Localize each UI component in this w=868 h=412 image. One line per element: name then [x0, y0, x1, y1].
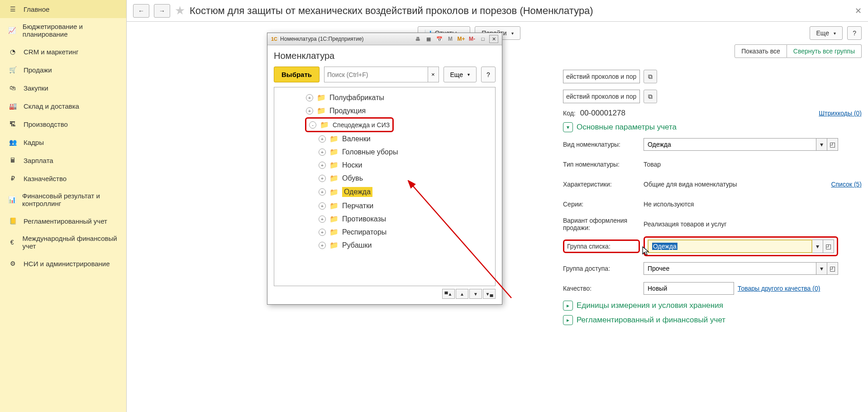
popup-more-button[interactable]: Еще [444, 67, 477, 82]
m-icon[interactable]: M [446, 35, 455, 43]
expand-icon[interactable]: + [319, 188, 326, 196]
tree-item[interactable]: +📁Головные уборы [318, 145, 491, 158]
sidebar-item-ifrs[interactable]: €Международный финансовый учет [0, 230, 126, 254]
sidebar-item-label: CRM и маркетинг [24, 48, 78, 56]
collapse-icon[interactable]: - [309, 121, 316, 129]
collapse-groups-button[interactable]: Свернуть все группы [787, 44, 862, 58]
name-clip-1[interactable]: ействий проколов и пор [563, 70, 640, 83]
close-icon[interactable]: ✕ [489, 35, 498, 43]
folder-icon: 📁 [320, 120, 329, 129]
tree-top-button[interactable]: ▀▲ [442, 289, 455, 299]
sidebar-item-crm[interactable]: ◔CRM и маркетинг [0, 43, 126, 61]
nav-back-button[interactable]: ← [133, 4, 149, 18]
group-input[interactable]: Одежда [648, 240, 812, 253]
close-icon[interactable]: ✕ [855, 6, 862, 16]
more-button[interactable]: Еще [810, 26, 843, 40]
tree-item[interactable]: +📁Носки [318, 158, 491, 172]
gear-icon: ⚙ [8, 259, 17, 268]
clear-search-button[interactable]: × [428, 67, 439, 82]
print-icon[interactable]: 🖶 [413, 35, 422, 43]
open-icon[interactable]: ◰ [823, 240, 834, 253]
copy-button-1[interactable]: ⧉ [644, 70, 657, 83]
basket-icon: 🛍 [8, 83, 17, 92]
quality-label: Качество: [563, 285, 640, 292]
sidebar-item-warehouse[interactable]: 🏭Склад и доставка [0, 97, 126, 115]
tree-down-button[interactable]: ▼ [469, 289, 482, 299]
favorite-star-icon[interactable]: ★ [175, 4, 185, 18]
tree-item-label: Перчатки [342, 202, 373, 210]
sidebar-item-payroll[interactable]: 🖩Зарплата [0, 151, 126, 169]
expand-icon[interactable]: + [306, 94, 313, 101]
tree-item[interactable]: +📁Продукция [305, 104, 491, 117]
section-main-params[interactable]: ▾ Основные параметры учета [563, 122, 862, 132]
calc-icon[interactable]: ▦ [424, 35, 433, 43]
popup-help-button[interactable]: ? [481, 67, 496, 82]
sidebar-item-purchases[interactable]: 🛍Закупки [0, 79, 126, 97]
tree-item[interactable]: +📁Валенки [318, 132, 491, 145]
expand-icon[interactable]: + [319, 216, 326, 223]
sidebar-item-hr[interactable]: 👥Кадры [0, 133, 126, 151]
tree-item[interactable]: +📁Полуфабрикаты [305, 91, 491, 104]
expand-icon[interactable]: + [319, 202, 326, 210]
people-icon: 👥 [8, 138, 17, 147]
tree-item-label: Головные уборы [342, 148, 398, 156]
sidebar-item-production[interactable]: 🏗Производство [0, 115, 126, 133]
calendar-icon[interactable]: 📅 [435, 35, 444, 43]
tree-item[interactable]: -📁Спецодежда и СИЗ [305, 117, 394, 132]
expand-icon[interactable]: + [319, 162, 326, 169]
tree-item[interactable]: +📁Перчатки [318, 199, 491, 212]
access-input[interactable] [644, 262, 816, 275]
sidebar-item-sales[interactable]: 🛒Продажи [0, 61, 126, 79]
open-icon[interactable]: ◰ [827, 262, 838, 275]
copy-button-2[interactable]: ⧉ [644, 90, 657, 103]
select-button[interactable]: Выбрать [274, 67, 320, 82]
tree-item[interactable]: +📁Одежда [318, 185, 491, 199]
expand-icon[interactable]: + [319, 135, 326, 143]
show-all-button[interactable]: Показать все [734, 44, 787, 58]
barcodes-link[interactable]: Штрихкоды (0) [819, 110, 862, 117]
expand-icon[interactable]: + [319, 229, 326, 236]
tree-bottom-button[interactable]: ▼▄ [483, 289, 496, 299]
m-minus-icon[interactable]: M- [467, 35, 477, 43]
char-list-link[interactable]: Список (5) [831, 181, 862, 188]
expand-icon[interactable]: + [319, 242, 326, 249]
tree-up-button[interactable]: ▲ [456, 289, 468, 299]
tree-item[interactable]: +📁Противоказы [318, 212, 491, 225]
toggle-right-icon: ▸ [563, 301, 573, 311]
series-label: Серии: [563, 201, 640, 208]
group-label: Группа списка: [563, 240, 640, 253]
section-fin[interactable]: ▸ Регламентированный и финансовый учет [563, 315, 862, 325]
tree-item[interactable]: +📁Обувь [318, 172, 491, 185]
sidebar-item-treasury[interactable]: ₽Казначейство [0, 169, 126, 187]
sidebar-item-accounting[interactable]: 📒Регламентированный учет [0, 212, 126, 230]
quality-link[interactable]: Товары другого качества (0) [738, 285, 820, 292]
expand-icon[interactable]: + [306, 107, 313, 115]
maximize-icon[interactable]: □ [478, 35, 487, 43]
name-clip-2[interactable]: ействий проколов и пор [563, 90, 640, 103]
dropdown-icon[interactable]: ▾ [812, 240, 823, 253]
popup-titlebar[interactable]: 1C Номенклатура (1С:Предприятие) 🖶 ▦ 📅 M… [267, 33, 502, 45]
nav-forward-button[interactable]: → [154, 4, 170, 18]
tree-list: +📁Полуфабрикаты+📁Продукция-📁Спецодежда и… [274, 87, 496, 286]
help-button[interactable]: ? [847, 26, 862, 40]
folder-icon: 📁 [329, 215, 339, 223]
sidebar-item-main[interactable]: ☰Главное [0, 0, 126, 18]
sidebar-item-label: Склад и доставка [24, 102, 79, 110]
expand-icon[interactable]: + [319, 149, 326, 156]
search-input[interactable] [324, 67, 428, 82]
quality-input[interactable] [644, 282, 734, 295]
dropdown-icon[interactable]: ▾ [816, 138, 827, 151]
tree-item[interactable]: +📁Респираторы [318, 225, 491, 239]
sidebar-item-admin[interactable]: ⚙НСИ и администрирование [0, 254, 126, 273]
folder-icon: 📁 [329, 241, 339, 249]
sidebar-item-finresult[interactable]: 📊Финансовый результат и контроллинг [0, 187, 126, 212]
m-plus-icon[interactable]: M+ [457, 35, 466, 43]
open-icon[interactable]: ◰ [827, 138, 838, 151]
sidebar-item-budget[interactable]: 📈Бюджетирование и планирование [0, 18, 126, 43]
tree-item[interactable]: +📁Рубашки [318, 239, 491, 252]
code-label: Код: [563, 110, 576, 117]
dropdown-icon[interactable]: ▾ [816, 262, 827, 275]
section-units[interactable]: ▸ Единицы измерения и условия хранения [563, 301, 862, 311]
type-input[interactable] [644, 138, 816, 151]
expand-icon[interactable]: + [319, 175, 326, 182]
